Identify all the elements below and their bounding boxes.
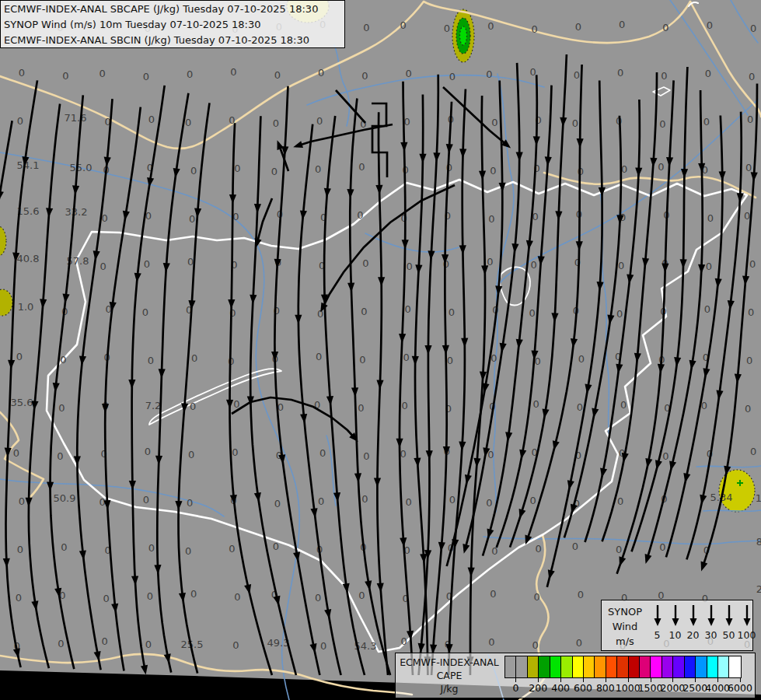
station-value: 0 — [232, 211, 239, 222]
cape-legend: ECMWF-INDEX-ANAL CAPE J/kg 0200400600800… — [395, 653, 756, 698]
station-value: 0 — [190, 165, 197, 177]
station-value: 0 — [144, 258, 150, 270]
station-value: 0 — [704, 303, 710, 315]
cape-cell — [651, 656, 662, 677]
station-value: 55.0 — [70, 162, 93, 173]
station-value: 0 — [234, 591, 240, 603]
station-value: 0 — [273, 117, 279, 129]
station-value: 0 — [616, 544, 622, 555]
station-value: 0 — [402, 400, 408, 411]
cape-legend-line-3: J/kg — [396, 682, 503, 695]
station-value: 0 — [318, 67, 324, 79]
cape-cell — [629, 656, 640, 677]
station-value: 0 — [17, 115, 23, 127]
title-box: ECMWF-INDEX-ANAL SBCAPE (J/kg) Tuesday 0… — [0, 0, 345, 48]
cape-tick-label: 2500 — [682, 682, 707, 694]
station-value: 0 — [187, 256, 194, 268]
station-value: 0 — [361, 493, 368, 505]
station-value: 0 — [148, 355, 154, 366]
station-value: 0 — [101, 635, 107, 647]
title-line-sbcin: ECMWF-INDEX-ANAL SBCIN (J/kg) Tuesday 07… — [4, 33, 344, 48]
cape-tick-label: 2000 — [661, 682, 686, 694]
station-value: 0 — [185, 117, 191, 128]
station-value: 0 — [662, 450, 668, 462]
cape-cell — [606, 656, 617, 677]
station-value: 0 — [488, 636, 494, 648]
station-value: 0 — [145, 639, 152, 650]
station-value: 0 — [572, 117, 578, 129]
station-value: 0 — [315, 163, 321, 175]
down-arrow-icon — [688, 604, 699, 627]
station-value: 0 — [749, 71, 755, 82]
cape-patch-east — [719, 470, 755, 512]
wind-speed-item: 50 — [720, 604, 738, 641]
cape-cell — [573, 656, 584, 677]
station-value: 0 — [99, 261, 106, 272]
station-value: 0 — [13, 447, 19, 459]
station-value: 0 — [617, 67, 623, 79]
down-arrow-icon — [670, 604, 681, 627]
cape-tick-label: 0 — [512, 682, 518, 694]
station-value: 0 — [401, 635, 407, 647]
cape-legend-title: ECMWF-INDEX-ANAL CAPE J/kg — [396, 656, 503, 695]
wind-speed-item: 30 — [702, 604, 720, 641]
station-value: 0 — [358, 402, 364, 414]
station-value: 40.8 — [17, 253, 40, 264]
station-value: 0 — [530, 259, 536, 271]
station-value: 0 — [748, 306, 754, 318]
wind-speed-value: 100 — [738, 629, 756, 641]
station-value: 0 — [17, 544, 23, 555]
station-value: 0 — [62, 70, 68, 82]
cape-cell — [673, 656, 684, 677]
station-value: 0 — [271, 166, 278, 177]
station-value: 0 — [316, 351, 322, 362]
wind-speed-value: 20 — [687, 629, 700, 641]
station-value: 0 — [318, 495, 324, 507]
station-value: 33.2 — [65, 206, 88, 218]
station-value: 0 — [490, 588, 496, 600]
weather-map-canvas: 0000000000000000000000000000000000000000… — [0, 0, 761, 700]
station-value: 0 — [191, 352, 197, 364]
wind-speed-item: 5 — [648, 604, 666, 641]
station-value: 2 — [756, 583, 761, 595]
down-arrow-icon — [706, 604, 717, 627]
cape-cell — [550, 656, 561, 677]
cape-tick-label: 800 — [596, 682, 615, 694]
station-value: 0 — [486, 68, 492, 80]
station-value: 0 — [143, 494, 149, 506]
wind-legend: SYNOP Wind m/s 510203050100 — [601, 600, 753, 651]
station-value: 0 — [230, 66, 236, 78]
station-value: 0 — [142, 306, 148, 318]
station-value: 0 — [274, 69, 281, 81]
station-value: 0 — [750, 23, 756, 34]
station-value: 0 — [58, 638, 64, 649]
station-value: 71.6 — [65, 112, 87, 124]
station-value: 0 — [658, 161, 664, 173]
down-arrow-icon — [724, 604, 735, 627]
station-value: 0 — [747, 114, 753, 125]
station-value: 0 — [60, 354, 66, 366]
station-value: 0 — [703, 116, 710, 128]
station-value: 0 — [407, 261, 413, 272]
station-value: 0 — [148, 114, 155, 125]
station-value: 0 — [749, 258, 756, 270]
station-value: 0 — [16, 351, 23, 362]
station-value: 0 — [444, 23, 450, 34]
cape-cell — [561, 656, 572, 677]
station-value: 0 — [190, 588, 197, 600]
station-value: 0 — [103, 593, 109, 604]
station-value: 0 — [405, 303, 411, 315]
station-value: 0 — [273, 541, 279, 552]
station-value: 0 — [750, 446, 756, 457]
cape-cell — [584, 656, 595, 677]
station-value: 0 — [449, 494, 456, 506]
station-value: 50.9 — [54, 492, 76, 504]
station-value: 0 — [19, 67, 25, 79]
station-value: 0 — [357, 209, 363, 221]
station-value: 0 — [488, 213, 494, 225]
cape-cell — [729, 656, 740, 677]
station-value: 0 — [619, 19, 625, 30]
station-value: 0 — [147, 590, 153, 602]
wind-speed-scale: 510203050100 — [648, 604, 756, 641]
cape-cell — [595, 656, 606, 677]
